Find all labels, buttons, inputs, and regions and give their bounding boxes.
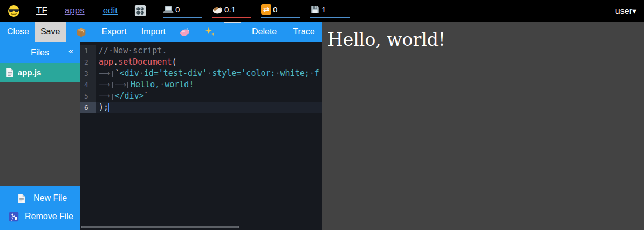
stat-hamster-value: 0.1: [224, 5, 236, 15]
code-editor[interactable]: 1//·New·script.2app.setDocument(3⟶`<div·…: [80, 42, 322, 230]
stat-cpu-value: 0: [175, 5, 180, 15]
export-button[interactable]: Export: [101, 27, 126, 37]
stat-repeat-field[interactable]: ⇄ 0: [261, 4, 300, 18]
code-line[interactable]: 6);: [80, 102, 322, 113]
line-number: 5: [80, 90, 96, 102]
stat-save-field[interactable]: 1: [310, 4, 350, 18]
link-edit[interactable]: edit: [103, 5, 118, 16]
code-line-text: ⟶`<div·id='test-div'·style='color:·white…: [96, 68, 319, 79]
text-cursor: [108, 103, 109, 112]
code-lines: 1//·New·script.2app.setDocument(3⟶`<div·…: [80, 42, 322, 113]
horizontal-scrollbar: [80, 225, 322, 230]
remove-file-label: Remove File: [25, 212, 73, 221]
code-line[interactable]: 3⟶`<div·id='test-div'·style='color:·whit…: [80, 68, 322, 79]
control-knobs-icon[interactable]: [134, 5, 146, 17]
new-file-label: New File: [33, 193, 67, 203]
file-page-icon: [6, 68, 14, 78]
repeat-icon: ⇄: [261, 4, 271, 15]
sparkles-icon[interactable]: [204, 26, 216, 38]
stat-cpu-field[interactable]: 0: [163, 4, 202, 18]
new-file-button[interactable]: New File: [0, 189, 80, 207]
preview-pane: Hello, world!: [322, 22, 644, 230]
files-panel-title: Files: [31, 48, 49, 58]
code-line[interactable]: 1//·New·script.: [80, 45, 322, 57]
code-line-text: app.setDocument(: [96, 57, 177, 68]
new-file-icon: [18, 194, 25, 203]
remove-file-button[interactable]: Remove File: [0, 207, 80, 226]
code-line[interactable]: 5⟶</div>`: [80, 90, 322, 102]
editor-toolbar: Close Save Export Import Delete Trace: [0, 22, 322, 42]
laptop-icon: [163, 5, 174, 15]
files-panel-header: Files «: [0, 42, 80, 63]
stat-hamster-field[interactable]: 0.1: [212, 4, 251, 18]
code-line[interactable]: 2app.setDocument(: [80, 57, 322, 68]
preview-heading: Hello, world!: [327, 29, 644, 50]
close-button[interactable]: Close: [7, 27, 29, 37]
link-tf[interactable]: TF: [36, 5, 47, 16]
package-icon[interactable]: [76, 26, 87, 38]
soap-icon[interactable]: [179, 26, 190, 38]
file-item-appjs[interactable]: app.js: [0, 63, 80, 82]
link-apps[interactable]: apps: [65, 5, 85, 16]
delete-button[interactable]: Delete: [252, 27, 277, 37]
trace-button[interactable]: Trace: [293, 27, 314, 37]
floppy-icon: [310, 5, 320, 15]
code-line-text: );: [96, 102, 109, 113]
file-item-label: app.js: [18, 68, 41, 77]
top-bar: TF apps edit 0 0.1 ⇄ 0: [0, 0, 644, 22]
litter-bin-icon: [9, 212, 19, 222]
files-sidebar: Files « app.js New File: [0, 42, 80, 230]
code-line-text: ⟶⟶Hello,·world!: [96, 79, 194, 90]
stat-repeat-value: 0: [273, 5, 277, 15]
line-number: 1: [80, 45, 96, 57]
hamster-icon: [212, 5, 223, 14]
line-number: 2: [80, 57, 96, 68]
horizontal-scrollbar-thumb[interactable]: [81, 226, 239, 228]
sunglasses-face-icon: [8, 5, 20, 17]
line-number: 4: [80, 79, 96, 90]
sidebar-actions: New File Remove File: [0, 186, 80, 230]
stat-saves-value: 1: [321, 5, 326, 15]
code-line[interactable]: 4⟶⟶Hello,·world!: [80, 79, 322, 90]
code-line-text: //·New·script.: [96, 45, 167, 57]
collapse-panel-button[interactable]: «: [68, 46, 73, 56]
import-button[interactable]: Import: [141, 27, 166, 37]
line-number: 6: [80, 102, 96, 113]
toolbar-empty-input[interactable]: [224, 22, 241, 41]
line-number: 3: [80, 68, 96, 79]
code-line-text: ⟶</div>`: [96, 90, 149, 102]
save-button[interactable]: Save: [35, 22, 66, 42]
sidebar-empty-area: [0, 82, 80, 186]
user-menu[interactable]: user▾: [615, 6, 636, 16]
